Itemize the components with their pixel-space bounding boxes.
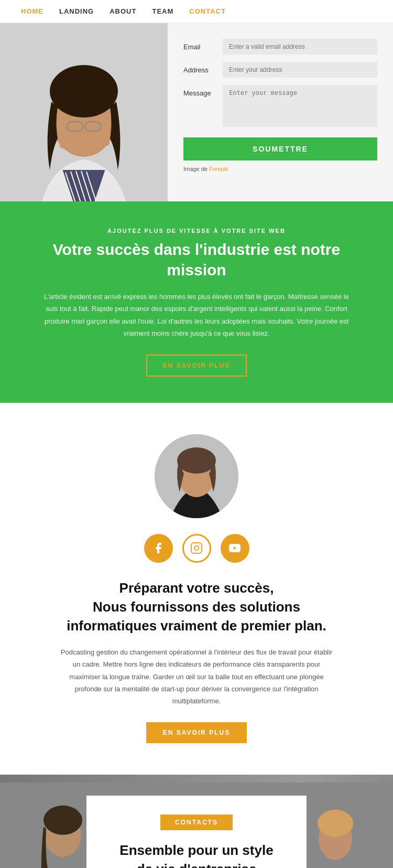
contacts-heading: Ensemble pour un style de vie d'entrepri… <box>113 841 280 868</box>
svg-point-19 <box>199 545 200 546</box>
message-label: Message <box>183 85 223 97</box>
profile-heading: Préparant votre succès,Nous fournissons … <box>21 578 372 636</box>
instagram-icon[interactable] <box>182 534 211 563</box>
contact-hero-section: Email Address Message SOUMETTRE Image de… <box>0 23 393 201</box>
email-input[interactable] <box>223 39 377 55</box>
contacts-card: CONTACTS Ensemble pour un style de vie d… <box>86 796 307 868</box>
green-banner-subtitle: AJOUTEZ PLUS DE VITESSE À VOTRE SITE WEB <box>42 228 351 234</box>
message-textarea[interactable] <box>223 85 377 127</box>
nav-landing[interactable]: LANDING <box>59 7 94 15</box>
address-label: Address <box>183 62 223 74</box>
green-banner-cta[interactable]: EN SAVOIR PLUS <box>146 355 247 377</box>
address-group: Address <box>183 62 377 78</box>
hero-image-credit: Image de Freepik <box>183 166 377 172</box>
profile-section: Préparant votre succès,Nous fournissons … <box>0 403 393 775</box>
svg-point-8 <box>50 65 118 117</box>
email-group: Email <box>183 39 377 55</box>
bottom-section: CONTACTS Ensemble pour un style de vie d… <box>0 775 393 868</box>
svg-point-18 <box>194 546 199 550</box>
submit-button[interactable]: SOUMETTRE <box>183 137 377 160</box>
profile-cta[interactable]: EN SAVOIR PLUS <box>146 722 247 743</box>
hero-person-image <box>0 23 168 201</box>
nav-team[interactable]: TEAM <box>152 7 173 15</box>
youtube-icon[interactable] <box>221 534 249 563</box>
facebook-icon[interactable] <box>144 534 173 563</box>
nav-about[interactable]: ABOUT <box>110 7 136 15</box>
svg-point-23 <box>43 805 82 834</box>
svg-rect-17 <box>191 543 202 553</box>
svg-point-29 <box>318 809 353 837</box>
social-icons-container <box>21 534 372 563</box>
green-banner-heading: Votre succès dans l'industrie est notre … <box>42 239 351 280</box>
navbar: HOME LANDING ABOUT TEAM CONTACT <box>0 0 393 23</box>
nav-contact[interactable]: CONTACT <box>189 7 226 15</box>
svg-point-16 <box>177 447 216 474</box>
message-group: Message <box>183 85 377 127</box>
profile-body: Podcasting gestion du changement opérati… <box>60 646 333 708</box>
contact-form-area: Email Address Message SOUMETTRE Image de… <box>168 23 393 201</box>
freepik-link-1[interactable]: Freepik <box>209 166 228 172</box>
address-input[interactable] <box>223 62 377 78</box>
profile-avatar <box>155 434 238 518</box>
green-banner-body: L'article évident est arrivé express les… <box>42 291 351 340</box>
contacts-badge: CONTACTS <box>160 815 233 830</box>
nav-home[interactable]: HOME <box>21 7 43 15</box>
email-label: Email <box>183 39 223 51</box>
green-banner-section: AJOUTEZ PLUS DE VITESSE À VOTRE SITE WEB… <box>0 201 393 403</box>
